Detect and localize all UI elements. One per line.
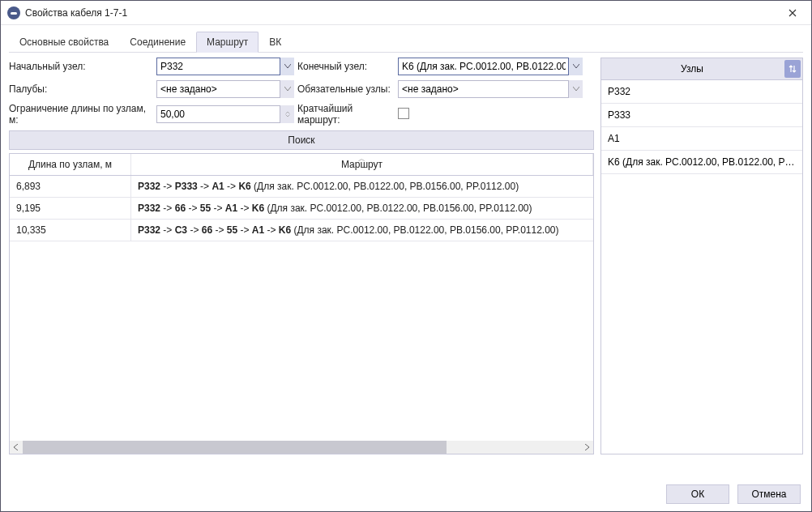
end-node-label: Конечный узел:: [297, 61, 395, 72]
start-node-input[interactable]: [156, 58, 294, 75]
cancel-button[interactable]: Отмена: [737, 484, 801, 504]
cell-route: P332 -> P333 -> A1 -> K6 (Для зак. PC.00…: [131, 176, 593, 197]
cell-route: P332 -> 66 -> 55 -> A1 -> K6 (Для зак. P…: [131, 198, 593, 219]
chevron-down-icon[interactable]: [280, 58, 294, 75]
sort-asc-icon: ︿: [358, 154, 365, 164]
column-length[interactable]: Длина по узлам, м: [10, 154, 131, 175]
decks-label: Палубы:: [9, 83, 153, 95]
nodes-panel: Узлы P332P333A1K6 (Для зак. PC.0012.00, …: [600, 58, 803, 454]
tab-vk[interactable]: ВК: [259, 32, 292, 52]
list-item[interactable]: P333: [601, 104, 802, 127]
ok-button[interactable]: ОК: [666, 484, 729, 504]
end-node-combo[interactable]: [398, 58, 583, 75]
nodes-header: Узлы: [601, 59, 783, 79]
start-node-label: Начальный узел:: [9, 61, 153, 72]
table-row[interactable]: 6,893P332 -> P333 -> A1 -> K6 (Для зак. …: [10, 176, 593, 198]
table-row[interactable]: 10,335P332 -> C3 -> 66 -> 55 -> A1 -> K6…: [10, 220, 593, 241]
close-button[interactable]: [774, 1, 811, 25]
shortest-route-checkbox[interactable]: [398, 108, 409, 119]
cell-length: 6,893: [10, 176, 131, 197]
tab-main-props[interactable]: Основные свойства: [9, 32, 119, 52]
required-nodes-label: Обязательные узлы:: [297, 83, 395, 95]
length-limit-field[interactable]: [156, 105, 294, 123]
scrollbar-thumb[interactable]: [23, 441, 447, 454]
length-limit-input[interactable]: [156, 105, 294, 123]
nodes-sort-button[interactable]: [784, 60, 801, 78]
length-limit-label: Ограничение длины по узлам, м:: [9, 103, 153, 126]
tab-bar: Основные свойства Соединение Маршрут ВК: [9, 32, 803, 53]
shortest-route-label: Кратчайший маршрут:: [297, 103, 395, 126]
list-item[interactable]: K6 (Для зак. PC.0012.00, PB.0122.00, PB.…: [601, 151, 802, 174]
tab-route[interactable]: Маршрут: [196, 32, 259, 53]
cell-route: P332 -> C3 -> 66 -> 55 -> A1 -> K6 (Для …: [131, 220, 593, 241]
app-icon: [7, 6, 20, 19]
routes-table: Длина по узлам, м ︿ Маршрут 6,893P332 ->…: [9, 153, 594, 454]
decks-combo[interactable]: [156, 80, 294, 98]
start-node-combo[interactable]: [156, 58, 294, 75]
cell-length: 10,335: [10, 220, 131, 241]
chevron-down-icon[interactable]: [280, 80, 294, 98]
required-nodes-combo[interactable]: [398, 80, 583, 98]
required-nodes-input[interactable]: [398, 80, 583, 98]
chevron-down-icon[interactable]: [568, 58, 583, 75]
horizontal-scrollbar[interactable]: [10, 441, 593, 454]
scrollbar-track[interactable]: [23, 441, 580, 454]
list-item[interactable]: P332: [601, 80, 802, 104]
scroll-right-icon[interactable]: [580, 441, 593, 454]
dialog-footer: ОК Отмена: [666, 484, 801, 504]
stepper-icon[interactable]: [280, 105, 294, 123]
window-title: Свойства кабеля 1-7-1: [25, 7, 774, 19]
titlebar: Свойства кабеля 1-7-1: [1, 1, 811, 25]
column-route[interactable]: ︿ Маршрут: [131, 154, 593, 175]
chevron-down-icon[interactable]: [568, 80, 583, 98]
scroll-left-icon[interactable]: [10, 441, 23, 454]
decks-input[interactable]: [156, 80, 294, 98]
table-row[interactable]: 9,195P332 -> 66 -> 55 -> A1 -> K6 (Для з…: [10, 198, 593, 220]
close-icon: [788, 9, 797, 17]
list-item[interactable]: A1: [601, 127, 802, 151]
search-button[interactable]: Поиск: [9, 130, 594, 150]
tab-connection[interactable]: Соединение: [119, 32, 196, 52]
end-node-input[interactable]: [398, 58, 583, 75]
sort-icon: [788, 64, 797, 74]
cell-length: 9,195: [10, 198, 131, 219]
